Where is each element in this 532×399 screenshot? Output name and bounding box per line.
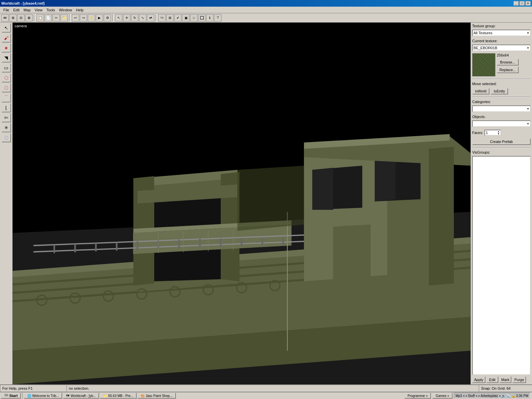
tb-flip-btn[interactable]: ⇄ — [147, 14, 154, 22]
current-texture-value: BE_EBOR01B — [473, 46, 497, 50]
tb-toggle-btn[interactable]: ⚡ — [88, 14, 95, 22]
menu-view[interactable]: View — [33, 7, 45, 13]
spinner-up[interactable]: ▲ — [497, 130, 500, 133]
main-layout: ↖ 🖌 ■ ◥ ▭ ⬡ ⬡ ⌒ ⌊ ✄ ✳ ⬡ camera — [0, 23, 532, 384]
to-entity-button[interactable]: toEntity — [491, 88, 508, 94]
vertex-tool[interactable]: ✳ — [2, 123, 11, 132]
move-selected-buttons: toWorld toEntity — [472, 88, 531, 94]
spinner-down[interactable]: ▼ — [497, 133, 500, 135]
current-texture-dropdown[interactable]: BE_EBOR01B ▼ — [472, 45, 531, 51]
taskbar-item-2[interactable]: 📁 65.63 MB - Pre... — [100, 393, 137, 399]
menu-edit[interactable]: Edit — [11, 7, 22, 13]
divider3 — [472, 147, 531, 148]
tb-undo-btn[interactable]: ↩ — [72, 14, 79, 22]
faces-spinner[interactable]: 1 ▲ ▼ — [484, 130, 501, 136]
taskbar-sep1 — [22, 393, 23, 399]
minimize-button[interactable]: _ — [513, 1, 519, 6]
taskbar-item-1[interactable]: 🗺 Worldcraft - [yb... — [63, 393, 99, 399]
mark-button[interactable]: Mark — [499, 376, 511, 383]
pointer-tool[interactable]: ↖ — [2, 23, 11, 33]
tb-sep2 — [69, 14, 70, 22]
pipe-tool[interactable]: ▭ — [2, 63, 11, 72]
tb-select-btn[interactable]: ↖ — [115, 14, 122, 22]
categories-dropdown[interactable]: ▼ — [472, 105, 531, 112]
tb-apply-btn[interactable]: ✔ — [174, 14, 182, 22]
taskbar-item-0[interactable]: 🌐 Welcome to Trib... — [24, 393, 62, 399]
action-buttons-row: Apply Edit Mark Purge — [472, 376, 531, 383]
texture-group-value: All Textures — [473, 31, 492, 35]
menu-file[interactable]: File — [1, 7, 11, 13]
tb-grid3-btn[interactable]: ⊠ — [25, 14, 33, 22]
taskbar-games[interactable]: Games » — [432, 393, 453, 399]
menu-help[interactable]: Help — [74, 7, 86, 13]
spinner-arrows[interactable]: ▲ ▼ — [497, 130, 500, 135]
tb-redo-btn[interactable]: ↪ — [80, 14, 87, 22]
tb-align-btn[interactable]: ⊞ — [166, 14, 174, 22]
taskbar-right: Programme » Games » Mp3 » » Stuff » » Ar… — [404, 393, 531, 399]
sphere-tool[interactable]: ⬡ — [2, 83, 11, 92]
terrain-tool[interactable]: ⌊ — [2, 103, 11, 112]
apply-button[interactable]: Apply — [472, 376, 485, 383]
purge-button[interactable]: Purge — [512, 376, 526, 383]
current-texture-arrow: ▼ — [527, 47, 529, 50]
tray-sep1: » — [466, 394, 467, 398]
cylinder-tool[interactable]: ⬡ — [2, 73, 11, 82]
wedge-tool[interactable]: ◥ — [2, 53, 11, 63]
taskbar-arbeitsplatz[interactable]: Arbeitsplatz » — [481, 394, 501, 398]
paint-tool[interactable]: 🖌 — [2, 33, 11, 43]
tb-compile-btn[interactable]: ▶ — [96, 14, 103, 22]
taskbar-stuff[interactable]: Stuff » — [468, 394, 477, 398]
tb-move-btn[interactable]: ✛ — [123, 14, 130, 22]
objects-dropdown[interactable]: ▼ — [472, 120, 531, 127]
arch-tool[interactable]: ⌒ — [2, 93, 11, 102]
menu-window[interactable]: Window — [57, 7, 74, 13]
taskbar-item-0-label: Welcome to Trib... — [32, 394, 59, 398]
tb-paste-btn[interactable]: 📄 — [45, 14, 52, 22]
tb-grid2-btn[interactable]: ⊟ — [17, 14, 25, 22]
taskbar-programme[interactable]: Programme » — [404, 393, 431, 399]
taskbar-time: 3:36 PM — [516, 394, 528, 398]
menu-map[interactable]: Map — [22, 7, 33, 13]
tray-sep2: » — [478, 394, 480, 398]
faces-value: 1 — [486, 131, 488, 135]
tb-info-btn[interactable]: ℹ — [206, 14, 213, 22]
texture-group-dropdown[interactable]: All Textures ▼ — [472, 30, 531, 36]
clip-tool[interactable]: ✄ — [2, 113, 11, 122]
tb-3d-btn[interactable]: 3D — [1, 14, 9, 22]
start-icon: 🏁 — [4, 394, 9, 398]
menu-bar: File Edit Map View Tools Window Help — [0, 7, 532, 13]
maximize-button[interactable]: □ — [519, 1, 525, 6]
taskbar-item-2-label: 65.63 MB - Pre... — [108, 394, 133, 398]
tb-rotate-btn[interactable]: ↻ — [131, 14, 138, 22]
visgroups-list[interactable] — [472, 156, 531, 375]
start-label: Start — [9, 394, 18, 398]
tb-run-btn[interactable]: ⚙ — [104, 14, 111, 22]
close-button[interactable]: × — [525, 1, 531, 6]
create-prefab-button[interactable]: Create Prefab — [472, 138, 531, 145]
categories-label: Categories: — [472, 100, 531, 104]
tb-snap-btn[interactable]: 🔲 — [198, 14, 205, 22]
tb-group-btn[interactable]: ▣ — [182, 14, 190, 22]
taskbar-item-3[interactable]: 🎨 Jasc Paint Shop... — [137, 393, 176, 399]
replace-button[interactable]: Replace... — [497, 66, 519, 73]
tb-texture-btn[interactable]: TX — [158, 14, 166, 22]
tb-copy-btn[interactable]: 📋 — [37, 14, 44, 22]
tb-scale-btn[interactable]: ⤡ — [139, 14, 146, 22]
tb-cut-btn[interactable]: ✂ — [53, 14, 60, 22]
tb-help-btn[interactable]: ? — [214, 14, 221, 22]
entity-tool[interactable]: ⬡ — [2, 133, 11, 142]
block-tool[interactable]: ■ — [2, 43, 11, 53]
browse-button[interactable]: Browse... — [497, 59, 519, 66]
svg-marker-21 — [375, 155, 396, 201]
texture-actions: 256x64 Browse... Replace... — [497, 53, 519, 73]
viewport-3d[interactable]: camera — [13, 23, 470, 384]
taskbar-mp3[interactable]: Mp3 » — [456, 394, 465, 398]
title-bar-buttons: _ □ × — [513, 1, 531, 6]
to-world-button[interactable]: toWorld — [472, 88, 489, 94]
start-button[interactable]: 🏁 Start — [1, 393, 21, 399]
menu-tools[interactable]: Tools — [45, 7, 57, 13]
tb-ungroup-btn[interactable]: □ — [190, 14, 198, 22]
tb-open-btn[interactable]: 📁 — [61, 14, 68, 22]
edit-button[interactable]: Edit — [486, 376, 498, 383]
tb-grid-btn[interactable]: ⊞ — [9, 14, 17, 22]
